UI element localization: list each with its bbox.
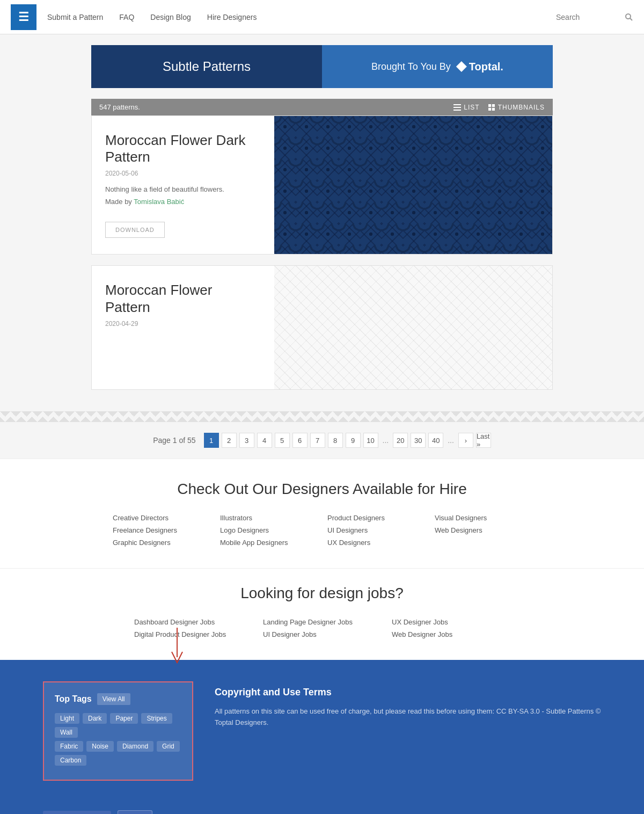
page-4[interactable]: 4 [257, 433, 272, 448]
thumbnails-view-button[interactable]: THUMBNAILS [488, 104, 545, 111]
search-input[interactable] [556, 13, 620, 21]
footer-wrapper: Top Tags View All Light Dark Paper Strip… [0, 660, 644, 802]
svg-point-0 [626, 14, 631, 19]
facebook-bar: 👍 いいね！3.1万 シェア [0, 802, 644, 814]
tag-dark[interactable]: Dark [83, 713, 107, 724]
page-10[interactable]: 10 [363, 433, 378, 448]
facebook-share-button[interactable]: シェア [118, 810, 152, 814]
svg-line-1 [630, 18, 632, 20]
pattern-light-preview [274, 266, 552, 389]
pattern-author-1: Made by Tomislava Babić [105, 198, 261, 206]
pattern-preview-1 [274, 116, 552, 254]
svg-rect-5 [488, 104, 491, 107]
pattern-card-2: Moroccan Flower Pattern 2020-04-29 [91, 265, 553, 390]
job-digital-product[interactable]: Digital Product Designer Jobs [134, 630, 252, 638]
hero-right[interactable]: Brought To You By Toptal. [322, 45, 553, 88]
jobs-grid: Dashboard Designer Jobs Landing Page Des… [91, 618, 553, 638]
svg-rect-3 [453, 107, 461, 108]
designers-title: Check Out Our Designers Available for Hi… [11, 481, 633, 498]
author-link-1[interactable]: Tomislava Babić [134, 198, 184, 206]
arrow-annotation [161, 628, 193, 665]
facebook-like-button[interactable]: 👍 いいね！3.1万 [43, 811, 111, 814]
nav-design-blog[interactable]: Design Blog [150, 13, 191, 21]
pattern-card-1: Moroccan Flower Dark Pattern 2020-05-06 … [91, 115, 553, 255]
page-2[interactable]: 2 [222, 433, 237, 448]
tag-paper[interactable]: Paper [110, 713, 138, 724]
jobs-title: Looking for design jobs? [11, 585, 633, 602]
page-30[interactable]: 30 [411, 433, 426, 448]
download-button-1[interactable]: DOWNLOAD [105, 222, 165, 238]
svg-rect-2 [453, 104, 461, 105]
page-20[interactable]: 20 [393, 433, 408, 448]
nav-hire-designers[interactable]: Hire Designers [207, 13, 257, 21]
pagination: Page 1 of 55 1 2 3 4 5 6 7 8 9 10 ... 20… [0, 422, 644, 459]
job-landing-page[interactable]: Landing Page Designer Jobs [263, 618, 381, 626]
page-3[interactable]: 3 [239, 433, 254, 448]
copyright-title: Copyright and Use Terms [215, 687, 601, 698]
tag-wall[interactable]: Wall [55, 727, 78, 738]
page-9[interactable]: 9 [346, 433, 361, 448]
svg-rect-4 [453, 110, 461, 111]
list-view-button[interactable]: LIST [453, 104, 479, 111]
page-next[interactable]: › [458, 433, 473, 448]
view-all-tags-button[interactable]: View All [97, 693, 130, 705]
designer-product-designers[interactable]: Product Designers [327, 514, 424, 522]
designer-web[interactable]: Web Designers [435, 526, 531, 534]
thumbnails-icon [488, 104, 495, 111]
tag-diamond[interactable]: Diamond [117, 741, 153, 752]
jobs-section: Looking for design jobs? Dashboard Desig… [0, 568, 644, 660]
designer-visual-designers[interactable]: Visual Designers [435, 514, 531, 522]
footer: Top Tags View All Light Dark Paper Strip… [0, 660, 644, 802]
tag-light[interactable]: Light [55, 713, 79, 724]
pattern-info-1: Moroccan Flower Dark Pattern 2020-05-06 … [92, 116, 274, 254]
job-dashboard[interactable]: Dashboard Designer Jobs [134, 618, 252, 626]
footer-copyright: Copyright and Use Terms All patterns on … [215, 681, 601, 781]
tags-row-2: Fabric Noise Diamond Grid [55, 741, 181, 752]
page-7[interactable]: 7 [310, 433, 325, 448]
page-1[interactable]: 1 [204, 433, 219, 448]
pattern-dark-preview [274, 116, 552, 254]
designer-mobile[interactable]: Mobile App Designers [220, 539, 317, 547]
nav-faq[interactable]: FAQ [119, 13, 134, 21]
pattern-date-1: 2020-05-06 [105, 170, 261, 177]
page-last[interactable]: Last » [476, 433, 491, 448]
pattern-title-2: Moroccan Flower Pattern [105, 282, 261, 315]
page-6[interactable]: 6 [292, 433, 308, 448]
logo[interactable]: ☰ [11, 4, 36, 30]
tag-stripes[interactable]: Stripes [141, 713, 172, 724]
svg-rect-6 [492, 104, 495, 107]
designer-graphic[interactable]: Graphic Designers [113, 539, 209, 547]
pattern-preview-2 [274, 266, 552, 389]
pattern-date-2: 2020-04-29 [105, 320, 261, 328]
tag-grid[interactable]: Grid [157, 741, 180, 752]
main-content: Subtle Patterns Brought To You By Toptal… [91, 34, 553, 411]
job-web[interactable]: Web Designer Jobs [392, 630, 510, 638]
job-ux[interactable]: UX Designer Jobs [392, 618, 510, 626]
tags-row-1: Light Dark Paper Stripes Wall [55, 713, 181, 738]
job-ui[interactable]: UI Designer Jobs [263, 630, 381, 638]
navigation: ☰ Submit a Pattern FAQ Design Blog Hire … [0, 0, 644, 34]
designer-ux[interactable]: UX Designers [327, 539, 424, 547]
tag-noise[interactable]: Noise [86, 741, 114, 752]
designer-creative-directors[interactable]: Creative Directors [113, 514, 209, 522]
footer-tags-header: Top Tags View All [55, 693, 181, 705]
page-40[interactable]: 40 [428, 433, 443, 448]
designers-section: Check Out Our Designers Available for Hi… [0, 459, 644, 568]
tag-fabric[interactable]: Fabric [55, 741, 83, 752]
page-5[interactable]: 5 [275, 433, 290, 448]
tag-carbon[interactable]: Carbon [55, 755, 86, 766]
pattern-info-2: Moroccan Flower Pattern 2020-04-29 [92, 266, 274, 389]
search-icon [625, 13, 633, 21]
site-title: Subtle Patterns [163, 59, 251, 74]
designer-freelance[interactable]: Freelance Designers [113, 526, 209, 534]
hero-left: Subtle Patterns [91, 45, 322, 88]
nav-submit-pattern[interactable]: Submit a Pattern [47, 13, 103, 21]
designers-grid: Creative Directors Illustrators Product … [91, 514, 553, 547]
designer-illustrators[interactable]: Illustrators [220, 514, 317, 522]
tags-row-3: Carbon [55, 755, 181, 766]
designer-logo[interactable]: Logo Designers [220, 526, 317, 534]
search-bar [556, 13, 633, 21]
designer-ui[interactable]: UI Designers [327, 526, 424, 534]
logo-icon: ☰ [18, 10, 29, 24]
page-8[interactable]: 8 [328, 433, 343, 448]
